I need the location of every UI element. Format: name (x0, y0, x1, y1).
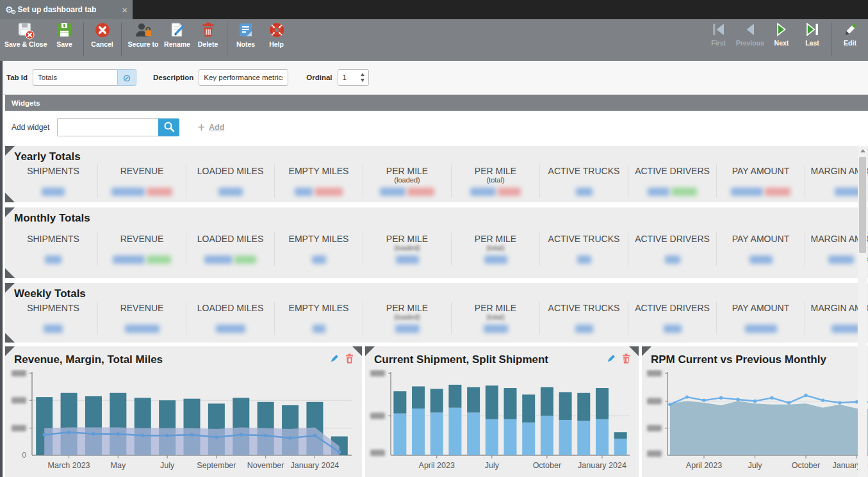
resize-corner-tl[interactable] (642, 346, 651, 356)
save-close-icon (4, 22, 47, 40)
redacted-value (664, 325, 682, 333)
last-icon (799, 22, 826, 38)
next-button[interactable]: Next (766, 21, 797, 47)
delete-button[interactable]: Delete (193, 21, 224, 48)
redacted-value (45, 255, 61, 264)
redacted-value (749, 255, 773, 264)
secure-to-label: Secure to (128, 40, 159, 48)
redacted-value (234, 255, 256, 264)
redacted-value (216, 325, 245, 333)
ordinal-value: 1 (338, 74, 359, 81)
redacted-value (111, 188, 145, 196)
metric-label: ACTIVE TRUCKS (540, 165, 628, 176)
edit-label: Edit (844, 39, 856, 47)
cancel-button[interactable]: Cancel (87, 21, 118, 48)
metric-column: ACTIVE DRIVERS (628, 302, 716, 335)
resize-corner-tr[interactable] (352, 346, 362, 356)
resize-corner-tl[interactable] (365, 346, 375, 356)
redacted-value (312, 255, 326, 264)
svg-text:July: July (160, 461, 175, 470)
resize-corner-tl[interactable] (5, 146, 15, 156)
close-icon[interactable]: × (122, 5, 127, 15)
notes-label: Notes (236, 40, 255, 48)
metric-column: LOADED MILES (186, 302, 274, 335)
widgets-canvas: Yearly TotalsSHIPMENTSREVENUELOADED MILE… (0, 146, 868, 477)
plus-icon: + (197, 121, 205, 134)
resize-corner-tr[interactable] (629, 346, 639, 356)
tab-id-label: Tab Id (6, 74, 28, 81)
previous-button[interactable]: Previous (734, 21, 766, 47)
redacted-value (125, 325, 160, 333)
notes-button[interactable]: Notes (231, 21, 261, 48)
totals-widget: Monthly TotalsSHIPMENTSREVENUELOADED MIL… (5, 207, 868, 278)
resize-corner-tl[interactable] (5, 207, 15, 217)
svg-text:January 2024: January 2024 (578, 461, 626, 470)
save-close-button[interactable]: Save & Close (3, 21, 49, 48)
resize-corner-tl[interactable] (5, 283, 15, 293)
chart-title: RPM Current vs Previous Monthly (651, 353, 826, 366)
widget-title: Weekly Totals (5, 283, 868, 300)
redacted-value (147, 255, 171, 264)
widgets-section-header: Widgets (5, 95, 868, 111)
tab-id-input[interactable] (33, 69, 117, 86)
metric-column: PER MILE(loaded) (363, 232, 451, 266)
metric-label: EMPTY MILES (275, 302, 363, 313)
resize-corner-bl[interactable] (5, 193, 15, 202)
help-button[interactable]: Help (261, 21, 292, 48)
edit-widget-pencil-icon[interactable] (606, 354, 616, 366)
rename-button[interactable]: Rename (162, 21, 193, 48)
resize-corner-bl[interactable] (5, 333, 15, 343)
metric-label: ACTIVE DRIVERS (628, 232, 716, 244)
edit-button[interactable]: Edit (835, 21, 865, 47)
save-button[interactable]: Save (49, 21, 80, 48)
widget-search-input[interactable] (57, 118, 158, 136)
spin-up-icon[interactable] (361, 73, 364, 76)
spin-down-icon[interactable] (361, 79, 364, 82)
secure-to-icon (127, 22, 160, 40)
metric-label: REVENUE (98, 302, 186, 313)
description-input[interactable] (199, 69, 288, 86)
metric-label: PER MILE (452, 302, 539, 313)
scroll-up-button[interactable] (858, 146, 867, 156)
metric-label: ACTIVE DRIVERS (628, 165, 716, 176)
next-icon (768, 22, 795, 38)
document-tab-strip: ⚙⚙ Set up dashboard tab × (0, 0, 868, 19)
ordinal-stepper[interactable]: 1 (338, 69, 369, 86)
chart-widget-rpm-current-vs-previous: RPM Current vs Previous Monthly April 20… (642, 346, 868, 477)
notes-icon (233, 22, 259, 40)
totals-widget: Yearly TotalsSHIPMENTSREVENUELOADED MILE… (5, 146, 868, 202)
scrollbar-thumb[interactable] (859, 157, 866, 253)
vertical-scrollbar[interactable] (858, 146, 867, 477)
metric-label: PER MILE (452, 165, 539, 176)
redacted-value (395, 325, 420, 333)
generate-id-button[interactable]: ⊘ (117, 69, 136, 86)
svg-text:April 2023: April 2023 (419, 461, 455, 470)
widget-search-button[interactable] (158, 118, 179, 136)
tab-set-up-dashboard-tab[interactable]: ⚙⚙ Set up dashboard tab × (0, 0, 133, 19)
resize-corner-tl[interactable] (5, 346, 15, 356)
metric-sublabel: (loaded) (363, 244, 451, 252)
redacted-value (484, 325, 508, 333)
save-icon (51, 22, 78, 40)
redacted-value (576, 188, 593, 196)
svg-text:March 2023: March 2023 (48, 461, 90, 470)
edit-widget-pencil-icon[interactable] (329, 354, 339, 366)
metric-column: ACTIVE TRUCKS (539, 232, 628, 266)
search-icon (163, 121, 175, 134)
metric-column: SHIPMENTS (9, 165, 97, 198)
resize-corner-bl[interactable] (5, 268, 15, 278)
toolbar-separator (121, 22, 122, 56)
revenue-margin-miles-chart: 0March 2023MayJulySeptemberNovemberJanua… (5, 369, 357, 477)
redacted-value (577, 255, 591, 264)
first-button[interactable]: First (703, 21, 734, 47)
redacted-value (470, 188, 496, 196)
metric-label: REVENUE (98, 232, 186, 244)
redacted-value (731, 188, 763, 196)
last-button[interactable]: Last (797, 21, 828, 47)
secure-to-button[interactable]: Secure to (125, 21, 162, 48)
first-label: First (711, 39, 726, 47)
metric-label: LOADED MILES (186, 232, 274, 244)
add-widget-button[interactable]: + Add (197, 121, 224, 134)
metric-label: REVENUE (98, 165, 186, 176)
metric-label: PAY AMOUNT (717, 232, 805, 244)
